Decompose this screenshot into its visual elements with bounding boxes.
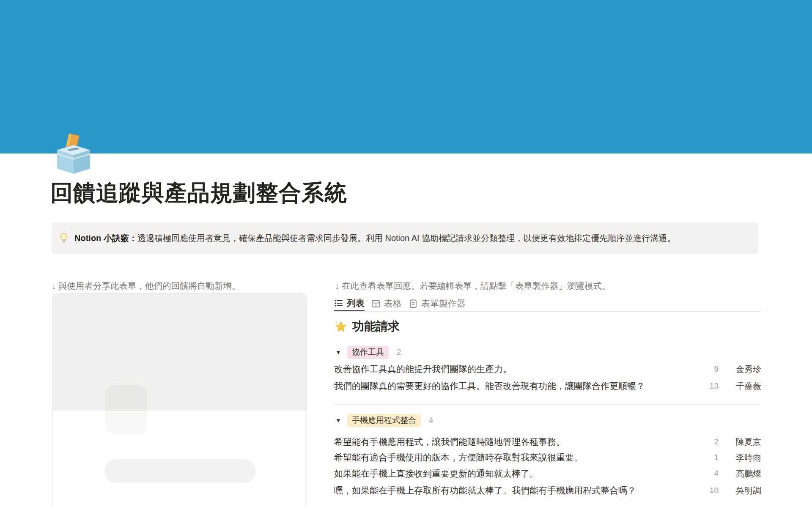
responses-caption: ↓ 在此查看表單回應。若要編輯表單，請點擊「表單製作器」瀏覽模式。: [335, 280, 610, 292]
table-row[interactable]: 希望能有適合手機使用的版本，方便隨時存取對我來說很重要。 1李時雨: [334, 449, 761, 466]
database-title: 功能請求: [334, 318, 400, 334]
ballot-box-icon[interactable]: [53, 133, 94, 174]
tab-list-view[interactable]: 列表: [334, 296, 365, 312]
callout-bold-label: Notion 小訣竅：: [74, 233, 137, 243]
page-cover: [0, 0, 812, 153]
tab-form-builder[interactable]: 表單製作器: [409, 296, 466, 312]
vote-count: 2: [701, 437, 719, 447]
vote-count: 1: [701, 453, 719, 462]
submitter-name: 李時雨: [727, 452, 761, 463]
page-title[interactable]: 回饋追蹤與產品規劃整合系統: [50, 178, 347, 208]
table-row[interactable]: 希望能有手機應用程式，讓我們能隨時隨地管理各種事務。 2陳夏京: [334, 433, 761, 450]
view-tabs: 列表 表格 表單製作器: [334, 296, 466, 312]
table-view-icon: [371, 299, 381, 308]
form-title-placeholder: [104, 459, 256, 483]
tab-label: 表格: [384, 298, 402, 310]
group-count: 2: [397, 348, 401, 357]
vote-count: 13: [701, 381, 719, 391]
submitter-name: 高鵬燦: [727, 468, 761, 480]
submitter-name: 陳夏京: [727, 436, 761, 448]
table-row[interactable]: 嘿，如果能在手機上存取所有功能就太棒了。我們能有手機應用程式整合嗎？ 10吳明調: [334, 482, 761, 499]
tip-callout: Notion 小訣竅：透過積極回應使用者意見，確保產品能與使者需求同步發展。利用…: [52, 222, 758, 254]
form-icon-placeholder: [105, 385, 147, 434]
share-form-caption: ↓ 與使用者分享此表單，他們的回饋將自動新增。: [52, 280, 240, 292]
table-row[interactable]: 如果能在手機上直接收到重要更新的通知就太棒了。 4高鵬燦: [334, 465, 761, 482]
toggle-triangle-icon[interactable]: ▼: [335, 349, 342, 356]
group-divider: [334, 404, 761, 405]
glowing-star-icon: [334, 320, 347, 333]
group-badge: 協作工具: [347, 346, 389, 359]
submitter-name: 吳明調: [727, 485, 761, 496]
submitter-name: 千薔薇: [727, 381, 761, 392]
group-badge: 手機應用程式整合: [347, 414, 421, 427]
list-view-icon: [334, 299, 343, 308]
group-header-mobile-app[interactable]: ▼ 手機應用程式整合 4: [334, 413, 761, 428]
table-row[interactable]: 我們的團隊真的需要更好的協作工具。能否改善現有功能，讓團隊合作更順暢？ 13千薔…: [334, 378, 761, 395]
tab-label: 表單製作器: [421, 298, 466, 310]
vote-count: 10: [701, 486, 719, 495]
tab-label: 列表: [347, 297, 365, 309]
toggle-triangle-icon[interactable]: ▼: [335, 417, 342, 424]
group-header-collaboration[interactable]: ▼ 協作工具 2: [334, 345, 761, 359]
form-cover-placeholder: [52, 293, 307, 411]
callout-text: Notion 小訣竅：透過積極回應使用者意見，確保產品能與使者需求同步發展。利用…: [74, 233, 675, 244]
vote-count: 9: [701, 364, 719, 374]
form-preview-card[interactable]: [52, 293, 307, 507]
light-bulb-icon: [59, 233, 69, 244]
form-builder-icon: [409, 299, 418, 308]
tab-table-view[interactable]: 表格: [371, 296, 402, 312]
tabs-divider: [334, 311, 761, 312]
table-row[interactable]: 改善協作工具真的能提升我們團隊的生產力。 9金秀珍: [334, 361, 761, 378]
submitter-name: 金秀珍: [727, 364, 761, 375]
group-count: 4: [429, 416, 433, 425]
vote-count: 4: [701, 469, 719, 478]
